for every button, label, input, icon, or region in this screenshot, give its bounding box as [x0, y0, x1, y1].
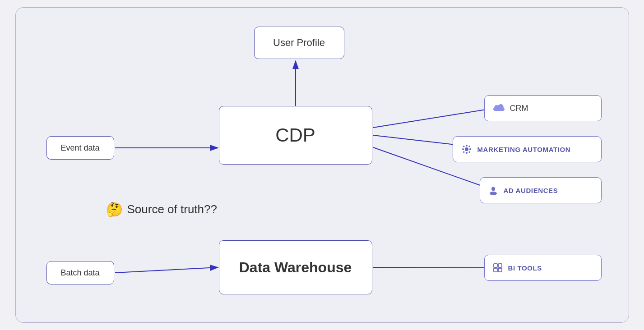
svg-rect-22: [498, 268, 502, 272]
node-data-warehouse: Data Warehouse: [219, 240, 372, 294]
node-cdp: CDP: [219, 106, 372, 165]
svg-point-18: [490, 192, 497, 195]
svg-point-14: [468, 151, 470, 153]
bi-tools-label: BI TOOLS: [508, 264, 542, 272]
svg-point-17: [491, 187, 495, 191]
node-crm: CRM: [484, 95, 602, 121]
svg-point-15: [468, 146, 470, 147]
crm-label: CRM: [510, 104, 528, 113]
node-batch-data: Batch data: [46, 261, 114, 284]
ad-icon: [488, 185, 498, 195]
data-warehouse-label: Data Warehouse: [239, 259, 352, 276]
svg-rect-20: [498, 264, 502, 267]
svg-point-10: [466, 152, 468, 154]
source-of-truth: 🤔 Source of truth??: [106, 202, 217, 217]
marketing-automation-label: MARKETING AUTOMATION: [477, 146, 571, 153]
cdp-label: CDP: [275, 124, 315, 146]
svg-rect-19: [494, 264, 497, 267]
svg-point-11: [462, 148, 464, 150]
hubspot-icon: [461, 144, 472, 155]
source-of-truth-text: Source of truth??: [127, 202, 217, 216]
svg-point-16: [463, 151, 465, 153]
svg-line-7: [373, 267, 494, 268]
svg-point-12: [469, 148, 471, 150]
node-ad-audiences: AD AUDIENCES: [480, 177, 602, 203]
event-data-label: Event data: [60, 143, 99, 153]
batch-data-label: Batch data: [60, 268, 99, 278]
node-bi-tools: BI TOOLS: [484, 255, 602, 281]
thinking-emoji: 🤔: [106, 202, 123, 217]
svg-point-9: [466, 145, 468, 147]
crm-icon: [493, 103, 505, 113]
node-user-profile: User Profile: [254, 27, 344, 59]
node-marketing-automation: MARKETING AUTOMATION: [453, 136, 602, 162]
svg-line-3: [373, 108, 494, 128]
diagram-container: User Profile CDP Event data 🤔 Source of …: [15, 7, 629, 323]
svg-line-6: [115, 267, 218, 273]
user-profile-label: User Profile: [273, 37, 325, 49]
bi-tools-icon: [493, 263, 503, 273]
ad-audiences-label: AD AUDIENCES: [504, 187, 558, 194]
svg-point-8: [465, 147, 468, 151]
node-event-data: Event data: [46, 136, 114, 160]
svg-rect-21: [494, 268, 497, 272]
svg-point-13: [463, 146, 465, 147]
